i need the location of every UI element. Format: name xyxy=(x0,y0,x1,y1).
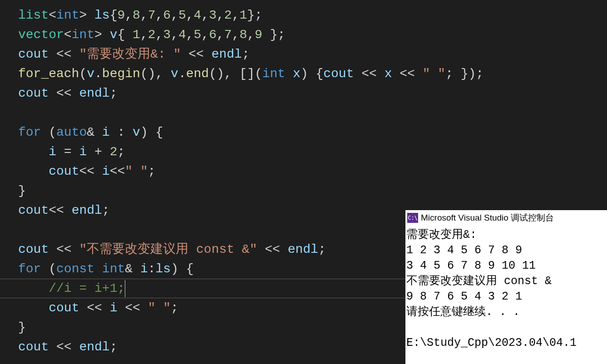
code-token: , xyxy=(171,8,178,22)
code-token: x xyxy=(385,67,392,81)
code-token: //i = i+1; xyxy=(49,281,125,295)
code-line[interactable] xyxy=(18,103,607,123)
code-line[interactable]: cout<< i<<" "; xyxy=(18,162,607,181)
code-line[interactable]: for_each(v.begin(), v.end(), [](int x) {… xyxy=(18,64,607,84)
code-line[interactable]: i = i + 2; xyxy=(18,142,607,162)
code-token: 4 xyxy=(194,8,202,22)
code-token: { xyxy=(110,8,118,22)
code-token: for xyxy=(18,262,41,276)
code-token: " " xyxy=(148,301,171,315)
code-token: ; xyxy=(242,47,250,61)
code-token: , xyxy=(186,8,194,22)
code-token: endl xyxy=(212,47,242,61)
code-token: for_each xyxy=(18,67,79,81)
code-token: < xyxy=(64,28,72,42)
code-token: = xyxy=(56,145,79,159)
code-token: << xyxy=(117,301,148,315)
code-token: . xyxy=(94,67,102,81)
code-token: : xyxy=(110,125,133,139)
code-token: ( xyxy=(41,125,56,139)
code-token xyxy=(18,145,49,159)
console-title: Microsoft Visual Studio 调试控制台 xyxy=(421,212,554,224)
code-token: int xyxy=(102,262,125,276)
code-token: v xyxy=(87,67,94,81)
code-token xyxy=(285,67,293,81)
code-token: "需要改变用&: " xyxy=(79,47,181,61)
code-token: ) { xyxy=(301,67,323,81)
code-token: x xyxy=(293,67,301,81)
code-token: : xyxy=(148,262,156,276)
code-token: "不需要改变建议用 const &" xyxy=(79,242,257,256)
code-token: ; xyxy=(148,164,156,178)
code-token: } xyxy=(18,184,26,198)
code-token: }; xyxy=(262,28,285,42)
code-token: const xyxy=(56,262,94,276)
code-token: endl xyxy=(72,203,102,217)
code-token: < xyxy=(49,8,56,22)
code-token: 3 xyxy=(209,8,217,22)
code-token: ( xyxy=(41,262,56,276)
code-token: { xyxy=(117,28,133,42)
code-token: 7 xyxy=(148,8,156,22)
code-token: end xyxy=(186,67,209,81)
debug-console-window[interactable]: C:\ Microsoft Visual Studio 调试控制台 需要改变用&… xyxy=(405,210,607,364)
code-token: 5 xyxy=(178,8,186,22)
console-titlebar[interactable]: C:\ Microsoft Visual Studio 调试控制台 xyxy=(405,210,607,226)
code-line[interactable]: } xyxy=(18,181,607,201)
code-token: << xyxy=(49,242,79,256)
code-token: v xyxy=(171,67,178,81)
code-token: (), xyxy=(140,67,171,81)
code-token: , xyxy=(140,8,148,22)
code-token: cout xyxy=(18,86,49,100)
code-token: v xyxy=(133,125,140,139)
code-token: } xyxy=(18,320,26,334)
code-token: << xyxy=(49,203,71,217)
code-token: int xyxy=(72,28,94,42)
code-token: , xyxy=(171,28,178,42)
code-token: 1 xyxy=(239,8,247,22)
code-token: 9 xyxy=(117,8,125,22)
code-token: & xyxy=(87,125,102,139)
code-token: i xyxy=(79,145,87,159)
code-token: " " xyxy=(423,67,445,81)
code-line[interactable]: for (auto& i : v) { xyxy=(18,123,607,142)
code-line[interactable]: list<int> ls{9,8,7,6,5,4,3,2,1}; xyxy=(18,5,607,25)
code-token: for xyxy=(18,125,41,139)
code-token: , xyxy=(217,8,224,22)
console-icon: C:\ xyxy=(407,213,418,223)
code-token: i xyxy=(140,262,148,276)
code-token: 2 xyxy=(110,145,118,159)
console-output[interactable]: 需要改变用&: 1 2 3 4 5 6 7 8 9 3 4 5 6 7 8 9 … xyxy=(405,226,607,351)
code-token: 7 xyxy=(224,28,232,42)
code-token: 2 xyxy=(224,8,232,22)
code-token: i xyxy=(110,301,118,315)
code-token: , xyxy=(232,8,240,22)
code-token: << xyxy=(49,340,79,354)
code-line[interactable]: cout << endl; xyxy=(18,84,607,103)
code-token: i xyxy=(102,164,110,178)
code-token: 8 xyxy=(133,8,140,22)
code-token: cout xyxy=(323,67,354,81)
code-token: 2 xyxy=(148,28,156,42)
code-token: list xyxy=(18,8,49,22)
code-token: , xyxy=(232,28,240,42)
code-token xyxy=(18,301,49,315)
code-token: ls xyxy=(156,262,171,276)
code-token: (), []( xyxy=(209,67,262,81)
code-token: , xyxy=(125,8,133,22)
code-token: cout xyxy=(49,164,79,178)
code-token: << xyxy=(354,67,384,81)
code-token: i xyxy=(49,145,56,159)
code-token: i xyxy=(102,125,110,139)
code-token: cout xyxy=(18,47,49,61)
code-token: cout xyxy=(18,242,49,256)
code-token: ( xyxy=(79,67,87,81)
code-token: " " xyxy=(125,164,148,178)
code-token: ; xyxy=(318,242,326,256)
code-token: 6 xyxy=(209,28,217,42)
code-token: ; xyxy=(102,203,110,217)
code-token: << xyxy=(110,164,125,178)
code-line[interactable]: cout << "需要改变用&: " << endl; xyxy=(18,44,607,64)
code-token: int xyxy=(262,67,285,81)
code-line[interactable]: vector<int> v{ 1,2,3,4,5,6,7,8,9 }; xyxy=(18,25,607,44)
